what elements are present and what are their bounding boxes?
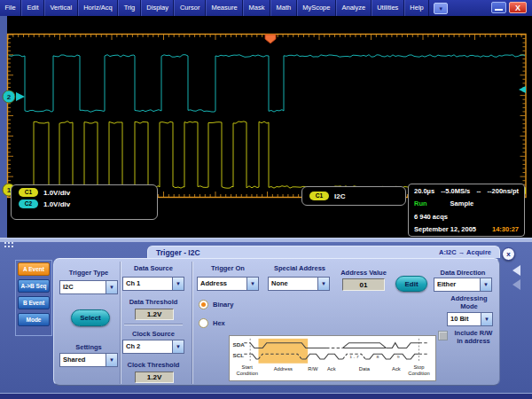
edit-button[interactable]: Edit — [395, 276, 427, 292]
tab-mode[interactable]: Mode — [18, 313, 50, 326]
channel-readout-box[interactable]: C11.0V/divC21.0V/div — [11, 184, 158, 220]
sda-label: SDA — [232, 342, 245, 347]
address-highlight — [258, 339, 308, 364]
clock-count-1-7: 1 - 7 — [349, 355, 359, 359]
start-label: Start — [242, 365, 254, 370]
chevron-down-icon[interactable]: ▼ — [172, 340, 184, 353]
addressing-mode-dropdown[interactable]: 10 Bit ▼ — [447, 312, 493, 326]
menu-measure[interactable]: Measure — [206, 0, 243, 16]
section-separator — [124, 325, 183, 325]
addressing-mode-value: 10 Bit — [448, 313, 481, 325]
menu-mask[interactable]: Mask — [243, 0, 270, 16]
chevron-down-icon[interactable]: ▼ — [480, 278, 491, 291]
run-status: Run — [414, 200, 427, 207]
menu-vertical[interactable]: Vertical — [44, 0, 78, 16]
menu-overflow-button[interactable]: ▼ — [434, 3, 448, 14]
panel-collapse-arrow-2-icon[interactable] — [512, 279, 520, 290]
sample-rate-value: --5.0MS/s — [441, 187, 470, 195]
hex-radio[interactable] — [199, 318, 208, 328]
tab-b-event[interactable]: B Event — [18, 296, 50, 309]
i2c-timing-diagram: SDA SCL 1 - 7 8 9 Start Condition Addres… — [229, 335, 436, 381]
menu-display[interactable]: Display — [141, 0, 175, 16]
menu-help[interactable]: Help — [404, 0, 429, 16]
menu-edit[interactable]: Edit — [21, 0, 44, 16]
chevron-down-icon: ▼ — [438, 6, 443, 12]
event-tabs: A EventA->B SeqB EventMode — [15, 260, 52, 336]
timebase-value: 20.0µs — [414, 187, 434, 195]
close-button[interactable]: X — [509, 2, 527, 13]
addressing-mode-label-2: Mode — [443, 302, 495, 310]
menu-trig[interactable]: Trig — [118, 0, 141, 16]
date-value: September 12, 2005 — [414, 225, 476, 233]
data-threshold-field[interactable]: 1.2V — [135, 309, 174, 320]
clock-count-9: 9 — [397, 355, 400, 359]
channel-readout-c2: C21.0V/div — [12, 197, 157, 208]
clock-count-8: 8 — [377, 355, 379, 359]
ch2-marker-label: 2 — [7, 93, 12, 101]
special-address-dropdown[interactable]: None ▼ — [268, 277, 330, 291]
data-direction-dropdown[interactable]: Either ▼ — [434, 278, 492, 292]
address-value-label: Address Value — [340, 269, 387, 277]
oscilloscope-screen: FileEditVerticalHoriz/AcqTrigDisplayCurs… — [0, 0, 532, 399]
clock-source-dropdown[interactable]: Ch 2 ▼ — [122, 340, 184, 354]
chevron-down-icon[interactable]: ▼ — [481, 313, 492, 325]
data-direction-label: Data Direction — [434, 269, 492, 277]
special-address-label: Special Address — [266, 264, 333, 272]
clock-threshold-field[interactable]: 1.2V — [135, 372, 174, 383]
select-button[interactable]: Select — [71, 309, 110, 326]
address-value-field[interactable]: 01 — [342, 278, 385, 291]
chevron-down-icon[interactable]: ▼ — [172, 278, 184, 290]
menu-analyze[interactable]: Analyze — [336, 0, 372, 16]
plot-border — [8, 35, 527, 198]
trigger-source-chip: C1 — [309, 192, 329, 200]
close-icon: X — [515, 4, 520, 12]
trigger-control-panel: Trigger - I2C A:I2C → Acquire A EventA->… — [0, 238, 532, 399]
drag-handle[interactable] — [4, 241, 15, 249]
binary-radio[interactable] — [199, 300, 208, 309]
menu-utilities[interactable]: Utilities — [372, 0, 404, 16]
chevron-down-icon[interactable]: ▼ — [106, 354, 117, 366]
tab-a-b-seq[interactable]: A->B Seq — [18, 279, 50, 293]
menu-file[interactable]: File — [0, 0, 21, 16]
chevron-down-icon[interactable]: ▼ — [317, 278, 329, 290]
include-rw-label: Include R/W — [449, 329, 498, 337]
menu-items: FileEditVerticalHoriz/AcqTrigDisplayCurs… — [0, 0, 429, 16]
settings-label: Settings — [58, 343, 120, 351]
addressing-mode-label: Addressing — [443, 294, 495, 302]
ch2-reference-arrow-icon[interactable] — [519, 86, 526, 93]
chevron-down-icon[interactable]: ▼ — [246, 278, 258, 290]
channel-chip-c1: C1 — [19, 188, 38, 197]
menu-cursor[interactable]: Cursor — [174, 0, 206, 16]
datetime-readout: September 12, 2005 14:30:27 — [414, 225, 519, 233]
channel-chip-c2: C2 — [19, 200, 38, 208]
ch2-marker-arrow-icon[interactable] — [16, 92, 25, 101]
hex-radio-label: Hex — [213, 319, 225, 327]
trigger-readout-box[interactable]: C1 I2C — [301, 186, 406, 206]
minimize-button[interactable] — [491, 2, 506, 13]
channel-scale: 1.0V/div — [43, 189, 70, 197]
clock-source-label: Clock Source — [122, 330, 184, 338]
clock-threshold-label: Clock Threshold — [122, 361, 184, 369]
dialog-header[interactable]: Trigger - I2C A:I2C → Acquire — [147, 246, 500, 258]
column-separator — [192, 262, 193, 384]
waveform-display: 21 C11.0V/divC21.0V/div C1 I2C 20.0µs --… — [0, 16, 532, 238]
trigger-on-dropdown[interactable]: Address ▼ — [197, 277, 259, 291]
data-direction-value: Either — [434, 278, 480, 291]
data-threshold-label: Data Threshold — [122, 298, 184, 306]
dialog-close-button[interactable]: x — [502, 247, 515, 261]
include-rw-checkbox[interactable] — [438, 331, 448, 340]
trigger-position-marker-icon[interactable] — [265, 35, 276, 43]
settings-dropdown[interactable]: Shared ▼ — [59, 353, 118, 367]
menu-horiz-acq[interactable]: Horiz/Acq — [78, 0, 119, 16]
menu-myscope[interactable]: MyScope — [297, 0, 336, 16]
chevron-down-icon[interactable]: ▼ — [106, 281, 117, 293]
menu-math[interactable]: Math — [270, 0, 297, 16]
trigger-type-dropdown[interactable]: I2C ▼ — [59, 280, 118, 294]
panel-collapse-arrow-icon[interactable] — [512, 265, 520, 276]
timebase-readout: 20.0µs --5.0MS/s -- --200ns/pt — [414, 187, 519, 195]
data-source-dropdown[interactable]: Ch 1 ▼ — [122, 277, 184, 291]
trigger-type-value: I2C — [60, 281, 106, 293]
tab-a-event[interactable]: A Event — [18, 262, 50, 276]
rw-label: R/W — [308, 367, 317, 372]
settings-value: Shared — [60, 354, 106, 366]
